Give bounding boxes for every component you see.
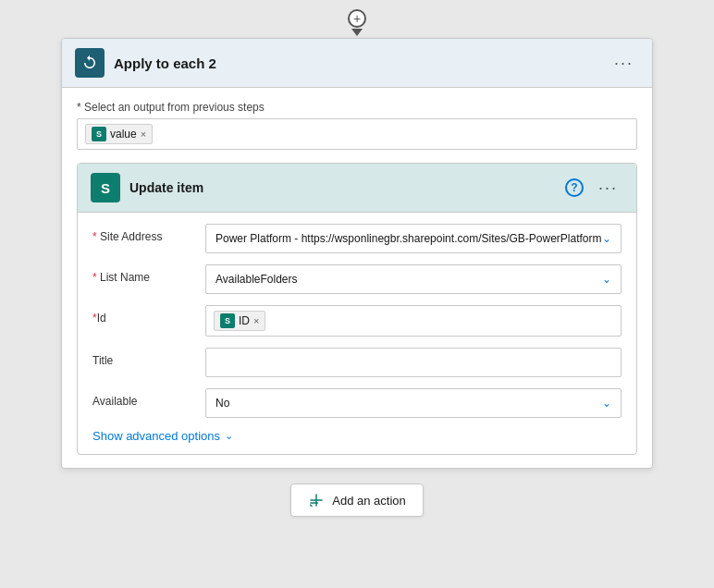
select-output-label: * Select an output from previous steps bbox=[77, 101, 637, 114]
sharepoint-icon: S bbox=[91, 173, 120, 202]
apply-to-each-menu-button[interactable]: ··· bbox=[609, 52, 639, 75]
add-action-area: Add an action bbox=[290, 484, 424, 517]
value-token-label: value bbox=[110, 128, 137, 141]
top-connector: + bbox=[348, 9, 366, 36]
apply-to-each-header: Apply to each 2 ··· bbox=[62, 39, 652, 88]
show-advanced-label: Show advanced options bbox=[92, 429, 220, 443]
list-name-label: * List Name bbox=[92, 264, 194, 284]
id-token-close-button[interactable]: × bbox=[253, 315, 259, 326]
id-input[interactable]: S ID × bbox=[205, 305, 622, 337]
list-name-value: AvailableFolders bbox=[215, 273, 298, 286]
available-label: Available bbox=[92, 388, 194, 408]
svg-rect-2 bbox=[315, 494, 317, 507]
loop-icon bbox=[75, 48, 105, 78]
id-token-label: ID bbox=[239, 314, 250, 327]
value-token-close-button[interactable]: × bbox=[141, 129, 146, 140]
id-row: *Id S ID × bbox=[92, 305, 622, 337]
apply-to-each-card: Apply to each 2 ··· * Select an output f… bbox=[61, 38, 653, 469]
show-advanced-chevron-icon: ⌄ bbox=[225, 430, 233, 442]
title-label: Title bbox=[92, 348, 194, 367]
available-dropdown[interactable]: No ⌄ bbox=[205, 388, 622, 418]
connector-arrow bbox=[351, 29, 363, 36]
site-address-label: * Site Address bbox=[92, 224, 194, 243]
available-row: Available No ⌄ bbox=[92, 388, 622, 418]
list-name-row: * List Name AvailableFolders ⌄ bbox=[92, 264, 622, 294]
add-action-icon bbox=[308, 492, 325, 508]
select-output-input[interactable]: S value × bbox=[77, 118, 637, 150]
site-address-value: Power Platform - https://wsponlinegbr.sh… bbox=[215, 231, 602, 247]
add-action-label: Add an action bbox=[332, 494, 406, 508]
svg-marker-3 bbox=[310, 504, 313, 507]
value-token: S value × bbox=[85, 124, 153, 144]
site-address-chevron-icon: ⌄ bbox=[602, 232, 611, 245]
site-address-row: * Site Address Power Platform - https://… bbox=[92, 224, 622, 253]
update-item-menu-button[interactable]: ··· bbox=[593, 177, 623, 200]
id-label: *Id bbox=[92, 305, 194, 325]
available-chevron-icon: ⌄ bbox=[602, 397, 611, 410]
help-button[interactable]: ? bbox=[565, 178, 584, 197]
svg-rect-1 bbox=[310, 502, 318, 504]
update-item-header: S Update item ? ··· bbox=[78, 164, 636, 213]
id-token: S ID × bbox=[214, 311, 265, 331]
site-address-dropdown[interactable]: Power Platform - https://wsponlinegbr.sh… bbox=[205, 224, 622, 253]
update-item-body: * Site Address Power Platform - https://… bbox=[78, 213, 636, 454]
value-token-icon: S bbox=[92, 127, 106, 141]
apply-to-each-title: Apply to each 2 bbox=[114, 55, 216, 71]
title-input[interactable] bbox=[205, 348, 622, 377]
canvas: + Apply to each 2 ··· * Select an output… bbox=[0, 0, 714, 588]
list-name-dropdown[interactable]: AvailableFolders ⌄ bbox=[205, 264, 622, 294]
update-item-card: S Update item ? ··· * Site Address bbox=[77, 163, 637, 455]
id-token-icon: S bbox=[220, 313, 235, 328]
available-value: No bbox=[215, 397, 229, 410]
add-action-button[interactable]: Add an action bbox=[290, 484, 424, 517]
update-item-title: Update item bbox=[129, 180, 203, 195]
title-row: Title bbox=[92, 348, 622, 377]
show-advanced-button[interactable]: Show advanced options ⌄ bbox=[92, 429, 622, 443]
add-step-top-button[interactable]: + bbox=[348, 9, 366, 28]
apply-to-each-body: * Select an output from previous steps S… bbox=[62, 88, 652, 468]
list-name-chevron-icon: ⌄ bbox=[602, 273, 611, 286]
